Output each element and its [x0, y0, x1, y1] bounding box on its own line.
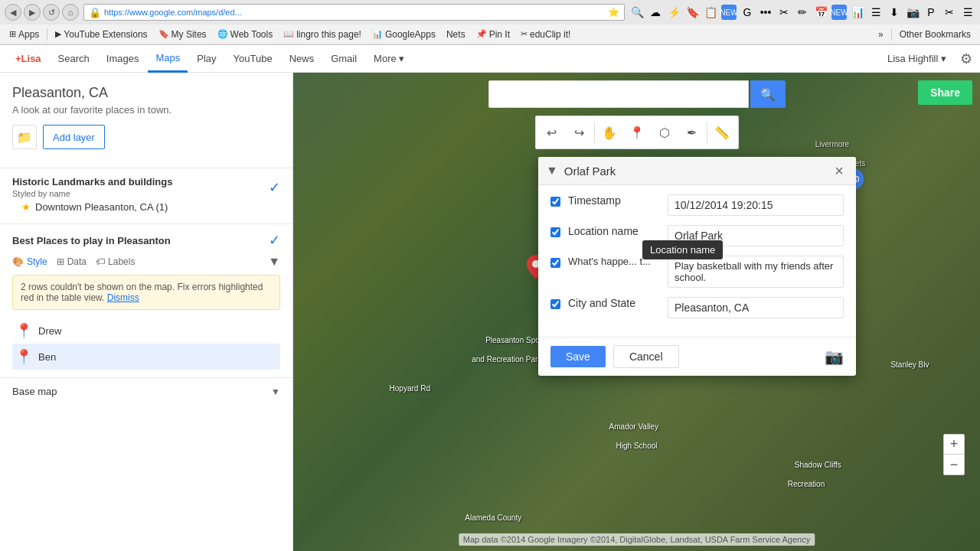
nav-item-more[interactable]: More ▾ — [366, 45, 412, 73]
bookmarks-more-btn[interactable]: » — [874, 28, 888, 41]
nav-item-news[interactable]: News — [282, 45, 322, 73]
tab-labels[interactable]: 🏷 Labels — [96, 255, 135, 269]
home-button[interactable]: ⌂ — [62, 4, 79, 21]
layer-1-check[interactable]: ✓ — [269, 179, 280, 196]
bookmark-lingro-label: lingro this page! — [296, 29, 361, 40]
modal-row-whats-happening: What's happe... t... Play basketball wit… — [550, 256, 844, 288]
modal-collapse-button[interactable]: ▼ — [546, 164, 558, 178]
user-name-btn[interactable]: Lisa Highfill ▾ — [880, 45, 954, 73]
layer-1-item[interactable]: ★ Downtown Pleasanton, CA (1) — [12, 198, 280, 216]
modal-close-button[interactable]: × — [830, 161, 848, 180]
settings-gear-icon[interactable]: ⚙ — [960, 51, 972, 67]
googleapps-icon: 📊 — [372, 29, 383, 39]
address-bar[interactable]: 🔒 https://www.google.com/maps/d/ed... ⭐ — [83, 4, 625, 21]
nav-item-plus[interactable]: +Lisa — [8, 45, 49, 73]
layer-2-check[interactable]: ✓ — [269, 232, 280, 249]
extension-icon-4[interactable]: 🔖 — [684, 5, 700, 20]
nav-item-play[interactable]: Play — [189, 45, 224, 73]
extension-icon-16[interactable]: ✂ — [942, 5, 957, 20]
modal-title-input[interactable] — [564, 165, 830, 178]
extension-icon-12[interactable]: ☰ — [868, 5, 884, 20]
bookmark-googleapps[interactable]: 📊 GoogleApps — [368, 28, 440, 41]
bookmark-educlip[interactable]: ✂ eduClip it! — [516, 28, 575, 41]
whats-happening-checkbox[interactable] — [550, 258, 560, 268]
extension-icon-2[interactable]: ☁ — [648, 5, 663, 20]
ben-marker: 📍 — [15, 348, 32, 365]
nav-item-images[interactable]: Images — [99, 45, 147, 73]
layer-1-info: Historic Landmarks and buildings Styled … — [12, 176, 172, 198]
nav-item-youtube[interactable]: YouTube — [226, 45, 280, 73]
bookmark-nets[interactable]: Nets — [442, 28, 470, 41]
modal-camera-button[interactable]: 📷 — [825, 347, 844, 366]
menu-icon[interactable]: ☰ — [960, 5, 975, 20]
bookmark-web-tools[interactable]: 🌐 Web Tools — [213, 28, 278, 41]
bookmark-other[interactable]: Other Bookmarks — [895, 28, 975, 41]
forward-button[interactable]: ▶ — [24, 4, 41, 21]
extension-icon-14[interactable]: 📷 — [905, 5, 920, 20]
bookmark-apps-label: Apps — [18, 29, 39, 40]
add-layer-button[interactable]: Add layer — [43, 125, 105, 149]
back-button[interactable]: ◀ — [5, 4, 21, 21]
layer-2-expand[interactable]: ▼ — [268, 255, 280, 269]
sidebar-title: Pleasanton, CA — [12, 85, 280, 101]
nav-item-maps[interactable]: Maps — [148, 45, 188, 73]
city-state-checkbox[interactable] — [550, 299, 560, 309]
web-tools-icon: 🌐 — [217, 29, 228, 39]
modal-dialog: ▼ × Timestamp 10/12/2014 19:20:15 — [538, 157, 856, 376]
modal-cancel-button[interactable]: Cancel — [613, 345, 679, 368]
base-map-label: Base map — [12, 386, 57, 397]
extension-icon-7[interactable]: ••• — [758, 5, 773, 20]
base-map-section[interactable]: Base map ▼ — [0, 377, 292, 405]
bookmark-educlip-label: eduClip it! — [530, 29, 570, 40]
extension-icon-11[interactable]: 📊 — [850, 5, 865, 20]
style-icon: 🎨 — [12, 256, 24, 267]
bookmark-my-sites-label: My Sites — [172, 29, 207, 40]
extension-icon-6[interactable]: G — [740, 5, 755, 20]
timestamp-value[interactable]: 10/12/2014 19:20:15 — [668, 194, 844, 216]
location-name-label: Location name — [568, 225, 668, 237]
extension-icon-13[interactable]: ⬇ — [887, 5, 902, 20]
extension-icon-3[interactable]: ⚡ — [666, 5, 681, 20]
sidebar-subtitle: A look at our favorite places in town. — [12, 104, 280, 116]
extension-icon-10[interactable]: 📅 — [813, 5, 828, 20]
bookmark-lingro[interactable]: 📖 lingro this page! — [279, 28, 366, 41]
location-name-checkbox[interactable] — [550, 227, 560, 237]
city-state-value[interactable]: Pleasanton, CA — [668, 297, 844, 318]
extension-icon-9[interactable]: ✏ — [795, 5, 810, 20]
timestamp-checkbox[interactable] — [550, 197, 560, 207]
educlip-icon: ✂ — [521, 29, 528, 39]
extension-icon-15[interactable]: P — [923, 5, 939, 20]
extension-icon-8[interactable]: ✂ — [776, 5, 792, 20]
lingro-icon: 📖 — [283, 29, 294, 39]
nav-item-search[interactable]: Search — [51, 45, 97, 73]
map-area[interactable]: Hacienda Crossings Pleasanton Sports and… — [293, 73, 980, 551]
dismiss-link[interactable]: Dismiss — [107, 292, 139, 303]
extension-icon-5[interactable]: 📋 — [703, 5, 718, 20]
bookmark-nets-label: Nets — [446, 29, 466, 40]
modal-header: ▼ × — [538, 157, 856, 185]
city-state-label: City and State — [568, 297, 668, 309]
tab-data[interactable]: ⊞ Data — [57, 255, 87, 269]
nav-item-gmail[interactable]: Gmail — [323, 45, 364, 73]
tab-style[interactable]: 🎨 Style — [12, 255, 47, 269]
extension-icon-1[interactable]: 🔍 — [629, 5, 645, 20]
place-item-drew[interactable]: 📍 Drew — [12, 318, 280, 344]
bookmark-apps[interactable]: ⊞ Apps — [5, 28, 44, 41]
folder-button[interactable]: 📁 — [12, 125, 37, 149]
place-item-ben[interactable]: 📍 Ben — [12, 344, 280, 370]
modal-footer: Save Cancel 📷 — [538, 337, 856, 376]
camera-icon: 📷 — [825, 348, 844, 365]
reload-button[interactable]: ↺ — [43, 4, 60, 21]
layer-1-section: Historic Landmarks and buildings Styled … — [0, 168, 292, 223]
sidebar-actions: 📁 Add layer — [12, 125, 280, 149]
google-nav: +Lisa Search Images Maps Play YouTube Ne… — [0, 45, 980, 73]
bookmark-my-sites[interactable]: 🔖 My Sites — [154, 28, 211, 41]
bookmark-googleapps-label: GoogleApps — [385, 29, 436, 40]
whats-happening-value[interactable]: Play basketball with my friends after sc… — [668, 256, 844, 288]
bookmark-pinit[interactable]: 📌 Pin It — [472, 28, 514, 41]
bookmark-other-label: Other Bookmarks — [900, 29, 971, 40]
layer-1-subtitle: Styled by name — [12, 189, 172, 198]
modal-save-button[interactable]: Save — [550, 346, 606, 367]
modal-row-location: Location name Orlaf Park Location name — [550, 225, 844, 246]
bookmark-youtube-ext[interactable]: ▶ YouTube Extensions — [51, 28, 152, 41]
